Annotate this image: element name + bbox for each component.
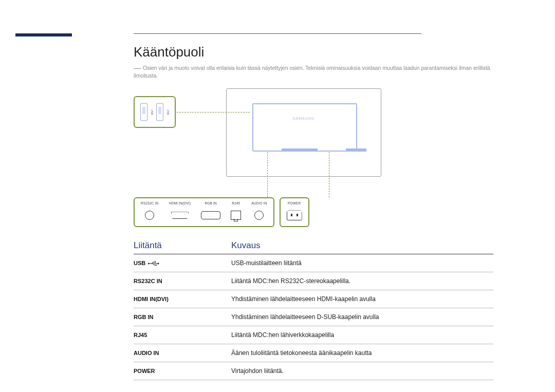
ports-power-box: POWER bbox=[280, 197, 309, 227]
port-desc-cell: Virtajohdon liitäntä. bbox=[231, 362, 493, 380]
port-rgb-in: RGB IN bbox=[201, 201, 220, 221]
usb-port-icon bbox=[140, 103, 147, 121]
port-rs232c-in: RS232C IN bbox=[141, 201, 159, 221]
note-dash-icon bbox=[134, 68, 141, 69]
usb-port-label: USB bbox=[166, 109, 169, 115]
port-label: HDMI IN(DVI) bbox=[169, 201, 191, 205]
port-name-cell: RS232C IN bbox=[134, 272, 231, 290]
port-desc-cell: Yhdistäminen lähdelaitteeseen D-SUB-kaap… bbox=[231, 308, 493, 326]
port-label: AUDIO IN bbox=[251, 201, 267, 205]
circle-icon bbox=[254, 211, 264, 220]
note-body: Osien väri ja muoto voivat olla erilaisi… bbox=[134, 65, 490, 79]
hdmi-icon bbox=[171, 212, 189, 219]
ports-table: Liitäntä Kuvaus USB USB-muistilaitteen l… bbox=[134, 237, 493, 380]
note-text: Osien väri ja muoto voivat olla erilaisi… bbox=[134, 64, 493, 79]
document-page: Kääntöpuoli Osien väri ja muoto voivat o… bbox=[0, 0, 555, 392]
port-rj45: RJ45 bbox=[231, 201, 241, 221]
port-name-cell: RJ45 bbox=[134, 326, 231, 344]
power-icon bbox=[287, 210, 302, 220]
table-header-desc: Kuvaus bbox=[231, 237, 493, 254]
port-audio-in: AUDIO IN bbox=[251, 201, 267, 221]
table-body: USB USB-muistilaitteen liitäntäRS232C IN… bbox=[134, 254, 493, 380]
svg-marker-2 bbox=[158, 263, 159, 265]
port-desc-cell: Liitäntä MDC:hen lähiverkkokaapelilla bbox=[231, 326, 493, 344]
port-desc-cell: USB-muistilaitteen liitäntä bbox=[231, 254, 493, 272]
port-desc-cell: Liitäntä MDC:hen RS232C-stereokaapelilla… bbox=[231, 272, 493, 290]
panel-segment bbox=[282, 148, 318, 152]
port-label: RGB IN bbox=[205, 201, 217, 205]
side-accent-bar bbox=[15, 33, 72, 36]
usb-port-icon bbox=[156, 103, 163, 121]
vga-icon bbox=[201, 211, 220, 219]
ports-row: RS232C INHDMI IN(DVI)RGB INRJ45AUDIO IN … bbox=[134, 197, 309, 227]
page-heading: Kääntöpuoli bbox=[134, 44, 493, 60]
top-rule bbox=[134, 33, 421, 34]
table-row: HDMI IN(DVI)Yhdistäminen lähdelaitteesee… bbox=[134, 290, 493, 308]
callout-line bbox=[267, 152, 268, 197]
port-label: RS232C IN bbox=[141, 201, 159, 205]
rear-diagram: USB USB SAMSUNG RS232C INHDMI IN(DVI)RGB… bbox=[134, 88, 493, 222]
device-rear-outline: SAMSUNG bbox=[226, 88, 381, 177]
port-name-cell: USB bbox=[134, 254, 231, 272]
table-row: RJ45Liitäntä MDC:hen lähiverkkokaapelill… bbox=[134, 326, 493, 344]
svg-point-4 bbox=[156, 265, 157, 266]
circle-icon bbox=[145, 211, 154, 220]
port-label: POWER bbox=[288, 201, 301, 205]
port-power: POWER bbox=[287, 201, 302, 221]
usb-port-label: USB bbox=[151, 109, 153, 115]
port-name-cell: POWER bbox=[134, 362, 231, 380]
usb-callout-box: USB USB bbox=[134, 96, 176, 128]
rj45-icon bbox=[231, 211, 241, 220]
port-desc-cell: Äänen tuloliitäntä tietokoneesta äänikaa… bbox=[231, 344, 493, 362]
table-row: POWERVirtajohdon liitäntä. bbox=[134, 362, 493, 380]
table-header-port: Liitäntä bbox=[134, 237, 231, 254]
port-name-cell: AUDIO IN bbox=[134, 344, 231, 362]
port-name-cell: HDMI IN(DVI) bbox=[134, 290, 231, 308]
usb-icon bbox=[145, 260, 159, 266]
table-row: RGB INYhdistäminen lähdelaitteeseen D-SU… bbox=[134, 308, 493, 326]
brand-label: SAMSUNG bbox=[293, 117, 314, 120]
callout-line bbox=[329, 152, 329, 197]
svg-point-1 bbox=[148, 263, 149, 264]
port-name-cell: RGB IN bbox=[134, 308, 231, 326]
port-hdmi-in-dvi-: HDMI IN(DVI) bbox=[169, 201, 191, 221]
port-desc-cell: Yhdistäminen lähdelaitteeseen HDMI-kaape… bbox=[231, 290, 493, 308]
content-area: Kääntöpuoli Osien väri ja muoto voivat o… bbox=[134, 44, 493, 380]
table-row: RS232C INLiitäntä MDC:hen RS232C-stereok… bbox=[134, 272, 493, 290]
device-panel-outline bbox=[252, 103, 357, 152]
svg-rect-3 bbox=[155, 262, 156, 263]
port-label: RJ45 bbox=[232, 201, 240, 205]
panel-segment bbox=[346, 148, 366, 152]
table-row: AUDIO INÄänen tuloliitäntä tietokoneesta… bbox=[134, 344, 493, 362]
callout-line bbox=[177, 112, 250, 113]
table-row: USB USB-muistilaitteen liitäntä bbox=[134, 254, 493, 272]
ports-main-box: RS232C INHDMI IN(DVI)RGB INRJ45AUDIO IN bbox=[134, 197, 274, 227]
